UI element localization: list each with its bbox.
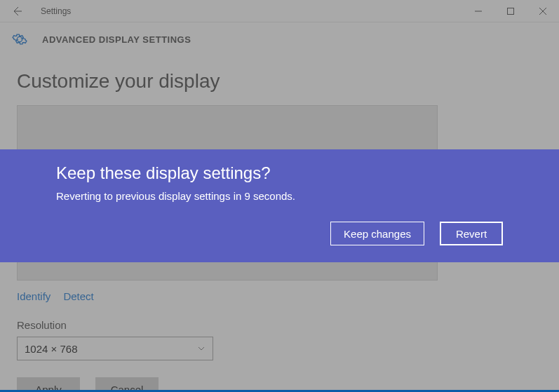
keep-changes-button[interactable]: Keep changes [330, 222, 424, 245]
dialog-title: Keep these display settings? [56, 163, 503, 183]
revert-button[interactable]: Revert [440, 222, 503, 245]
confirm-dialog: Keep these display settings? Reverting t… [0, 149, 559, 262]
dialog-body: Reverting to previous display settings i… [56, 190, 503, 202]
